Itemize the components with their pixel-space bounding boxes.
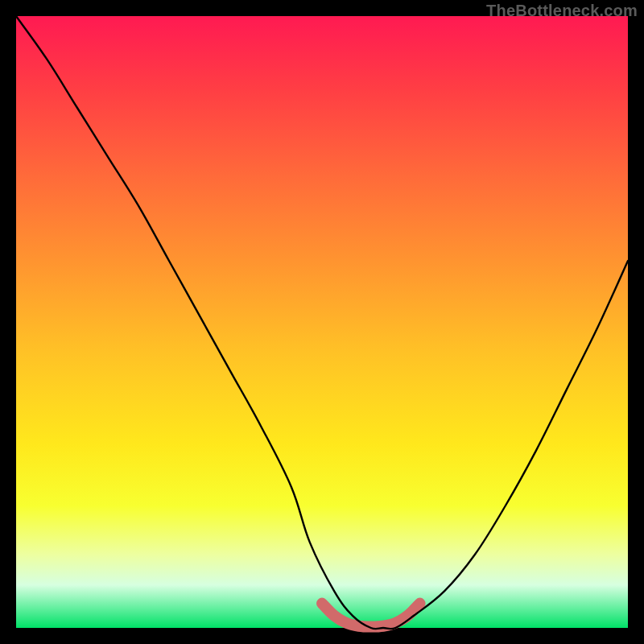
bottleneck-curve xyxy=(16,16,628,629)
chart-stage: TheBottleneck.com xyxy=(0,0,644,644)
plot-area xyxy=(16,16,628,628)
curve-svg xyxy=(16,16,628,628)
